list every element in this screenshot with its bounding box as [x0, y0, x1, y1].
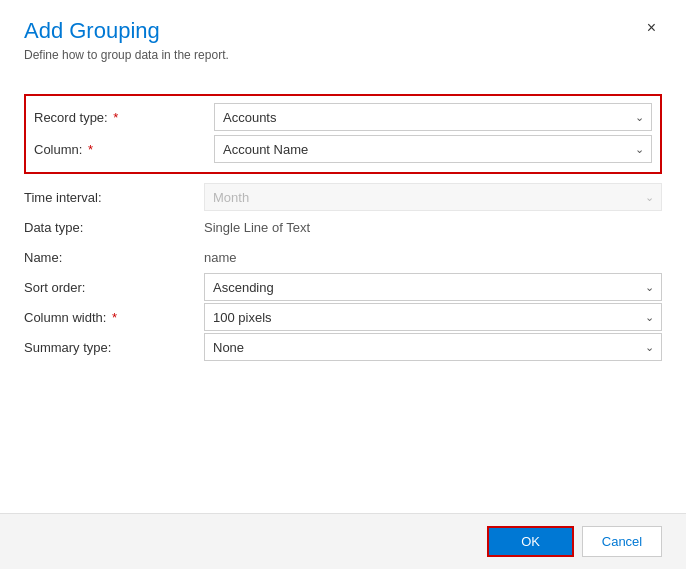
sort-order-row: Sort order: Ascending ⌄ — [24, 272, 662, 302]
column-label: Column: * — [34, 142, 214, 157]
ok-button[interactable]: OK — [487, 526, 574, 557]
data-type-value: Single Line of Text — [204, 220, 310, 235]
dialog-subtitle: Define how to group data in the report. — [24, 48, 229, 62]
summary-type-label: Summary type: — [24, 340, 204, 355]
summary-type-select[interactable]: None — [204, 333, 662, 361]
sort-order-control: Ascending ⌄ — [204, 273, 662, 301]
name-value: name — [204, 250, 237, 265]
column-width-select[interactable]: 100 pixels — [204, 303, 662, 331]
column-required: * — [88, 142, 93, 157]
column-row: Column: * Account Name ⌄ — [34, 134, 652, 164]
sort-order-select-wrapper: Ascending ⌄ — [204, 273, 662, 301]
summary-type-select-wrapper: None ⌄ — [204, 333, 662, 361]
data-type-row: Data type: Single Line of Text — [24, 212, 662, 242]
data-type-label: Data type: — [24, 220, 204, 235]
close-button[interactable]: × — [641, 18, 662, 38]
time-interval-control: Month ⌄ — [204, 183, 662, 211]
name-label: Name: — [24, 250, 204, 265]
record-type-select-wrapper: Accounts ⌄ — [214, 103, 652, 131]
dialog-header: Add Grouping Define how to group data in… — [0, 0, 686, 68]
column-control: Account Name ⌄ — [214, 135, 652, 163]
time-interval-label: Time interval: — [24, 190, 204, 205]
cancel-button[interactable]: Cancel — [582, 526, 662, 557]
add-grouping-dialog: Add Grouping Define how to group data in… — [0, 0, 686, 569]
column-width-row: Column width: * 100 pixels ⌄ — [24, 302, 662, 332]
summary-type-control: None ⌄ — [204, 333, 662, 361]
required-fields-section: Record type: * Accounts ⌄ Column: * — [24, 94, 662, 174]
dialog-header-text: Add Grouping Define how to group data in… — [24, 18, 229, 62]
summary-type-row: Summary type: None ⌄ — [24, 332, 662, 362]
column-select[interactable]: Account Name — [214, 135, 652, 163]
column-select-wrapper: Account Name ⌄ — [214, 135, 652, 163]
dialog-title: Add Grouping — [24, 18, 229, 44]
record-type-required: * — [113, 110, 118, 125]
record-type-row: Record type: * Accounts ⌄ — [34, 102, 652, 132]
column-width-control: 100 pixels ⌄ — [204, 303, 662, 331]
sort-order-select[interactable]: Ascending — [204, 273, 662, 301]
column-width-required: * — [112, 310, 117, 325]
time-interval-select[interactable]: Month — [204, 183, 662, 211]
dialog-body: Record type: * Accounts ⌄ Column: * — [0, 68, 686, 513]
column-width-select-wrapper: 100 pixels ⌄ — [204, 303, 662, 331]
time-interval-select-wrapper: Month ⌄ — [204, 183, 662, 211]
sort-order-label: Sort order: — [24, 280, 204, 295]
record-type-control: Accounts ⌄ — [214, 103, 652, 131]
time-interval-row: Time interval: Month ⌄ — [24, 182, 662, 212]
record-type-label: Record type: * — [34, 110, 214, 125]
dialog-footer: OK Cancel — [0, 513, 686, 569]
name-row: Name: name — [24, 242, 662, 272]
column-width-label: Column width: * — [24, 310, 204, 325]
record-type-select[interactable]: Accounts — [214, 103, 652, 131]
